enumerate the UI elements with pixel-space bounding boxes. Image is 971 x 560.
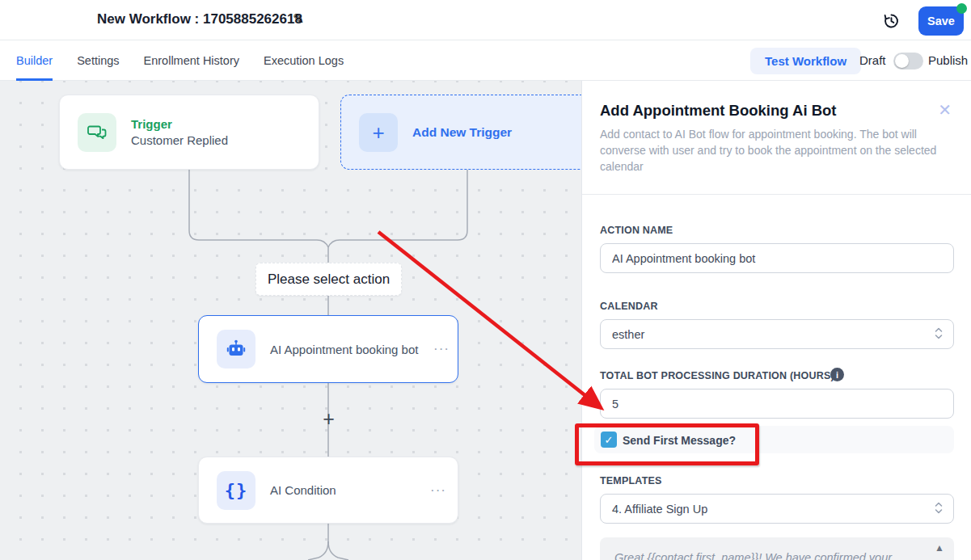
publish-toggle[interactable]	[893, 53, 923, 69]
divider	[582, 194, 971, 195]
send-first-message-label: Send First Message?	[623, 434, 736, 447]
toggle-knob	[895, 54, 909, 68]
publish-label: Publish	[928, 53, 968, 67]
condition-node-label: AI Condition	[270, 483, 336, 497]
trigger-node[interactable]: Trigger Customer Replied	[59, 95, 319, 170]
send-first-message-checkbox[interactable]: ✓	[601, 432, 617, 448]
templates-selected-value: 4. Affiliate Sign Up	[612, 503, 707, 516]
action-name-label: ACTION NAME	[600, 225, 673, 236]
template-message-preview[interactable]: Great {{contact.first_name}}! We have co…	[600, 537, 954, 560]
plus-icon: +	[359, 113, 398, 152]
tab-settings[interactable]: Settings	[77, 40, 119, 81]
panel-title: Add Appointment Booking Ai Bot	[600, 102, 837, 120]
draft-label: Draft	[859, 53, 886, 67]
trigger-node-subtitle: Customer Replied	[131, 133, 228, 147]
ai-condition-node[interactable]: {} AI Condition ···	[198, 457, 458, 524]
chevron-up-down-icon	[934, 326, 944, 343]
template-message-text: Great {{contact.first_name}}! We have co…	[614, 551, 922, 560]
scroll-up-icon[interactable]: ▲	[935, 542, 944, 554]
trigger-node-title: Trigger	[131, 117, 228, 131]
close-icon[interactable]: ✕	[938, 102, 952, 118]
unsaved-changes-dot	[956, 3, 967, 14]
add-new-trigger-button[interactable]: + Add New Trigger	[340, 95, 581, 170]
braces-icon: {}	[217, 471, 255, 510]
history-icon[interactable]	[881, 11, 901, 31]
templates-label: TEMPLATES	[600, 475, 662, 486]
tab-builder[interactable]: Builder	[16, 40, 53, 81]
bot-node-menu-icon[interactable]: ···	[433, 341, 450, 357]
trigger-node-text: Trigger Customer Replied	[131, 117, 228, 147]
top-header: New Workflow : 1705885262618 ✎ Save	[0, 0, 971, 40]
action-name-input[interactable]	[600, 243, 954, 273]
ai-appointment-booking-bot-node[interactable]: AI Appointment booking bot ···	[198, 315, 458, 383]
action-settings-panel: Add Appointment Booking Ai Bot ✕ Add con…	[581, 81, 971, 560]
workflow-title: New Workflow : 1705885262618	[97, 11, 302, 27]
tab-execution-logs[interactable]: Execution Logs	[264, 40, 344, 81]
duration-input[interactable]	[600, 389, 954, 419]
add-new-trigger-label: Add New Trigger	[412, 125, 512, 140]
condition-node-menu-icon[interactable]: ···	[430, 482, 446, 499]
tabs: Builder Settings Enrollment History Exec…	[16, 40, 344, 81]
tab-enrollment-history[interactable]: Enrollment History	[144, 40, 239, 81]
calendar-label: CALENDAR	[600, 301, 658, 312]
please-select-action-label: Please select action	[255, 263, 402, 296]
tab-bar: Builder Settings Enrollment History Exec…	[0, 40, 971, 81]
calendar-select[interactable]: esther	[600, 319, 954, 349]
templates-select[interactable]: 4. Affiliate Sign Up	[600, 494, 954, 524]
panel-description: Add contact to AI Bot flow for appointme…	[600, 126, 952, 175]
edit-title-icon[interactable]: ✎	[293, 11, 304, 27]
chevron-up-down-icon	[934, 500, 944, 517]
duration-label: TOTAL BOT PROCESSING DURATION (HOURS)	[600, 370, 834, 381]
robot-icon	[217, 330, 255, 368]
info-icon[interactable]: i	[830, 368, 844, 381]
calendar-selected-value: esther	[612, 328, 644, 341]
workflow-canvas[interactable]: Trigger Customer Replied + Add New Trigg…	[0, 81, 581, 560]
add-action-plus-button[interactable]: +	[319, 407, 339, 430]
chat-bubbles-icon	[78, 113, 116, 152]
test-workflow-button[interactable]: Test Workflow	[750, 48, 861, 74]
bot-node-label: AI Appointment booking bot	[270, 343, 418, 356]
